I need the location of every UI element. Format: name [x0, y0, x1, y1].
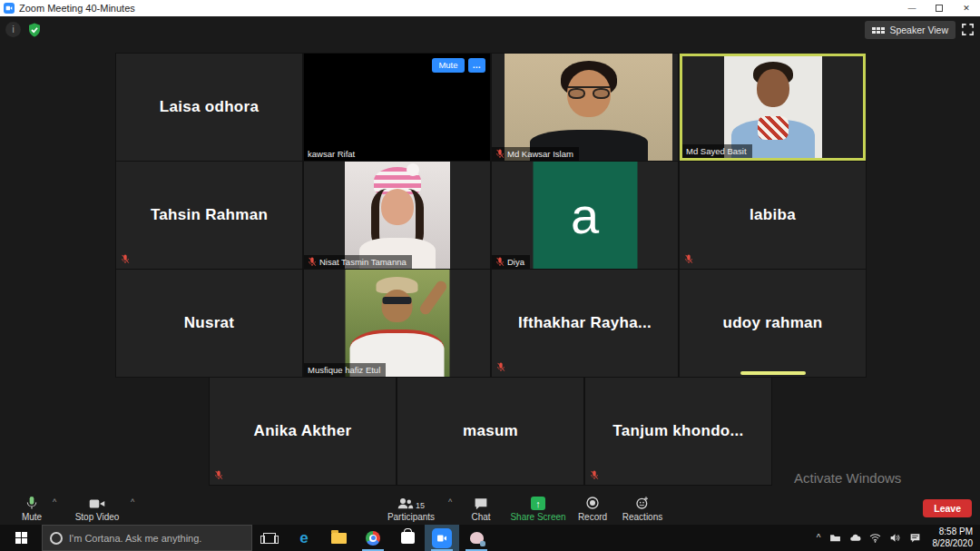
store-icon — [401, 532, 415, 544]
participant-video — [724, 56, 822, 158]
leave-button[interactable]: Leave — [923, 499, 972, 517]
system-tray: ^ 8:58 PM 8/28/2020 — [817, 525, 980, 551]
participant-tile[interactable]: labiba — [680, 162, 866, 269]
security-shield-icon[interactable] — [26, 22, 43, 38]
participant-tile[interactable]: Tahsin Rahman — [116, 162, 302, 269]
name-label: Diya — [492, 255, 530, 269]
participant-tile[interactable]: udoy rahman — [680, 270, 866, 377]
muted-mic-icon — [495, 257, 505, 267]
participant-video — [345, 270, 449, 377]
name-label: Md Sayed Basit — [682, 144, 752, 158]
zoom-logo-icon — [4, 3, 15, 14]
participant-tile[interactable]: Tanjum khondo... — [585, 378, 771, 485]
task-view-button[interactable] — [252, 525, 287, 551]
speaker-view-button[interactable]: Speaker View — [865, 21, 956, 39]
reactions-icon — [635, 495, 650, 510]
cortana-search-input[interactable] — [69, 533, 232, 544]
chrome-button[interactable] — [356, 525, 390, 551]
participants-chevron-icon[interactable]: ^ — [448, 497, 452, 507]
task-view-icon — [263, 533, 276, 544]
pinned-app-button[interactable] — [459, 525, 494, 551]
stop-video-button[interactable]: Stop Video — [69, 495, 125, 522]
chat-button[interactable]: Chat — [461, 495, 501, 522]
participant-tile-active-speaker[interactable]: Md Sayed Basit — [680, 54, 866, 161]
speaking-indicator — [740, 371, 806, 375]
name-label: kawsar Rifat — [304, 147, 360, 161]
action-center-icon[interactable] — [909, 532, 921, 544]
participant-tile[interactable]: Mute … kawsar Rifat — [304, 54, 490, 161]
window-title: Zoom Meeting 40-Minutes — [19, 3, 135, 14]
muted-mic-icon — [495, 149, 505, 159]
reactions-label: Reactions — [622, 512, 662, 522]
participant-tile[interactable]: masum — [397, 378, 583, 485]
participant-name: udoy rahman — [680, 270, 866, 377]
participant-name: Md Sayed Basit — [686, 146, 747, 156]
participant-name: Tanjum khondo... — [585, 378, 771, 485]
taskbar-clock[interactable]: 8:58 PM 8/28/2020 — [929, 526, 974, 549]
chat-label: Chat — [471, 512, 490, 522]
participant-tile[interactable]: Nisat Tasmin Tamanna — [304, 162, 490, 269]
mute-options-chevron-icon[interactable]: ^ — [53, 497, 56, 507]
chat-icon — [474, 495, 488, 510]
start-button[interactable] — [0, 525, 42, 551]
tray-folder-icon[interactable] — [829, 532, 841, 544]
record-button[interactable]: Record — [572, 495, 613, 522]
participant-name: labiba — [680, 162, 866, 269]
participant-name: Ifthakhar Rayha... — [492, 270, 678, 377]
participant-name: Md Kawsar Islam — [507, 149, 573, 159]
fullscreen-icon[interactable] — [961, 23, 975, 36]
participant-tile[interactable]: a Diya — [492, 162, 678, 269]
zoom-app-button[interactable] — [425, 525, 459, 551]
more-options-button[interactable]: … — [468, 58, 486, 73]
participant-tile[interactable]: Md Kawsar Islam — [492, 54, 678, 161]
participant-tile[interactable]: Nusrat — [116, 270, 302, 377]
participants-label: Participants — [387, 512, 435, 522]
letter-avatar: a — [533, 162, 637, 269]
unknown-app-icon — [470, 532, 484, 544]
video-camera-icon — [89, 495, 105, 510]
reactions-button[interactable]: Reactions — [617, 495, 668, 522]
muted-mic-icon — [214, 470, 223, 480]
maximize-button[interactable] — [926, 0, 953, 16]
edge-button[interactable]: e — [287, 525, 321, 551]
participant-name: Musfique hafiz Etul — [308, 365, 380, 375]
share-screen-button[interactable]: ↑ Share Screen — [505, 495, 572, 522]
participant-tile[interactable]: Musfique hafiz Etul — [304, 270, 490, 377]
participant-tile[interactable]: Anika Akther — [210, 378, 396, 485]
chrome-icon — [366, 531, 380, 546]
watermark-line1: Activate Windows — [794, 470, 952, 486]
meeting-info-icon[interactable]: i — [5, 22, 21, 37]
hidden-icons-chevron-icon[interactable]: ^ — [817, 533, 821, 543]
participant-tile[interactable]: Ifthakhar Rayha... — [492, 270, 678, 377]
edge-icon: e — [299, 529, 308, 547]
screen: Zoom Meeting 40-Minutes — ✕ i Speaker Vi… — [0, 0, 980, 551]
onedrive-cloud-icon[interactable] — [849, 532, 861, 544]
video-options-chevron-icon[interactable]: ^ — [131, 497, 134, 507]
store-button[interactable] — [390, 525, 425, 551]
cortana-search[interactable] — [42, 525, 252, 551]
window-controls: — ✕ — [898, 0, 980, 16]
mute-label: Mute — [22, 512, 42, 522]
participants-button[interactable]: 15 Participants — [379, 495, 443, 522]
muted-mic-icon — [496, 362, 505, 372]
share-screen-label: Share Screen — [510, 512, 565, 522]
minimize-button[interactable]: — — [898, 0, 926, 16]
speaker-view-icon — [872, 27, 885, 34]
file-explorer-button[interactable] — [321, 525, 356, 551]
participant-name: Diya — [507, 257, 524, 267]
muted-mic-icon — [590, 470, 599, 480]
close-button[interactable]: ✕ — [953, 0, 980, 16]
wifi-icon[interactable] — [869, 532, 881, 544]
clock-date: 8/28/2020 — [933, 538, 974, 550]
muted-mic-icon — [308, 257, 317, 267]
participant-tile[interactable]: Laisa odhora — [116, 54, 302, 161]
mute-participant-button[interactable]: Mute — [432, 58, 464, 73]
record-label: Record — [578, 512, 607, 522]
volume-icon[interactable] — [889, 532, 901, 544]
name-label: Musfique hafiz Etul — [304, 363, 386, 377]
meeting-topbar: i Speaker View — [0, 20, 980, 47]
share-screen-icon: ↑ — [531, 497, 545, 510]
name-label: Nisat Tasmin Tamanna — [304, 255, 412, 269]
participant-name: Tahsin Rahman — [116, 162, 302, 269]
mute-button[interactable]: Mute — [11, 495, 53, 522]
